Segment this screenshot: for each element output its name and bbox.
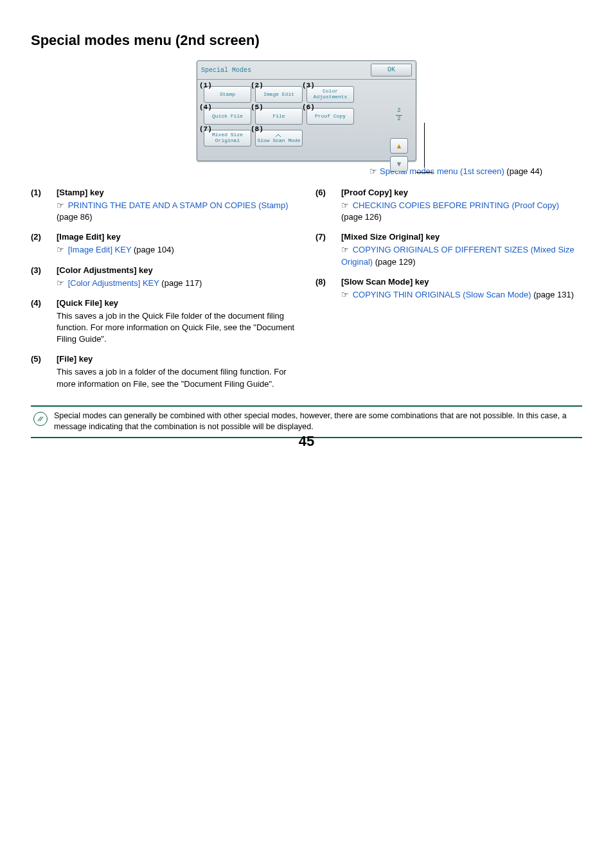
callout-connector-line xyxy=(424,123,425,168)
page-up-button[interactable]: ▲ xyxy=(390,138,408,154)
callout-1: (1) xyxy=(199,82,212,89)
section-title: Special modes menu (2nd screen) xyxy=(31,32,582,49)
page-indicator-current: 2 xyxy=(396,108,402,114)
callout-3: (3) xyxy=(302,82,315,89)
proof-copy-button[interactable]: (6) Proof Copy xyxy=(306,108,354,125)
callout-5: (5) xyxy=(251,103,263,111)
item-num-3: (3) xyxy=(31,265,48,275)
item-title-8: [Slow Scan Mode] key xyxy=(341,277,429,287)
mixed-size-original-button[interactable]: (7) Mixed Size Original xyxy=(204,130,251,146)
link-color-adjustments-suffix: (page 117) xyxy=(159,278,202,288)
callout-2: (2) xyxy=(251,82,263,89)
item-title-3: [Color Adjustments] key xyxy=(57,265,153,275)
quick-file-button[interactable]: (4) Quick File xyxy=(204,108,251,125)
item-num-5: (5) xyxy=(31,354,48,364)
arrow-up-icon: ▲ xyxy=(396,142,403,150)
item-body-4: This saves a job in the Quick File folde… xyxy=(57,310,298,346)
link-slow-scan[interactable]: COPYING THIN ORIGINALS (Slow Scan Mode) xyxy=(353,290,531,299)
item-num-1: (1) xyxy=(31,188,48,197)
stamp-button[interactable]: (1) Stamp xyxy=(204,86,251,103)
item-title-4: [Quick File] key xyxy=(57,298,118,308)
right-column: (6) [Proof Copy] key ☞ CHECKING COPIES B… xyxy=(315,188,582,399)
item-title-7: [Mixed Size Original] key xyxy=(341,232,440,242)
item-body-5: This saves a job in a folder of the docu… xyxy=(57,366,298,389)
link-image-edit[interactable]: [Image Edit] KEY xyxy=(68,245,132,254)
left-column: (1) [Stamp] key ☞ PRINTING THE DATE AND … xyxy=(31,188,298,399)
pointer-icon: ☞ xyxy=(341,290,349,299)
item-num-8: (8) xyxy=(315,277,332,287)
note-text: Special modes can generally be combined … xyxy=(54,411,578,433)
callout-6: (6) xyxy=(302,103,315,111)
link-stamp-suffix: (page 86) xyxy=(57,212,93,222)
slow-scan-mode-label: Slow Scan Mode xyxy=(257,138,300,144)
quick-file-label: Quick File xyxy=(212,114,243,120)
color-adjustments-button[interactable]: (3) Color Adjustments xyxy=(306,86,354,103)
pointer-icon: ☞ xyxy=(369,166,377,176)
proof-copy-label: Proof Copy xyxy=(315,114,346,120)
stamp-label: Stamp xyxy=(220,92,235,98)
page-down-button[interactable]: ▼ xyxy=(390,156,408,172)
page-number: 45 xyxy=(0,433,613,450)
link-slow-scan-suffix: (page 131) xyxy=(531,290,574,299)
color-adjustments-label: Color Adjustments xyxy=(308,89,352,100)
callout-7: (7) xyxy=(199,125,212,133)
file-button[interactable]: (5) File xyxy=(255,108,303,125)
file-label: File xyxy=(272,114,285,120)
panel-title: Special Modes xyxy=(201,67,251,74)
image-edit-button[interactable]: (2) Image Edit xyxy=(255,86,303,103)
item-num-4: (4) xyxy=(31,298,48,308)
pointer-icon: ☞ xyxy=(341,245,349,254)
pointer-icon: ☞ xyxy=(57,278,64,288)
pointer-icon: ☞ xyxy=(57,245,64,254)
note-icon xyxy=(33,412,48,426)
link-proof-copy[interactable]: CHECKING COPIES BEFORE PRINTING (Proof C… xyxy=(353,200,559,210)
item-title-6: [Proof Copy] key xyxy=(341,188,408,197)
ok-button[interactable]: OK xyxy=(371,64,412,76)
item-num-7: (7) xyxy=(315,232,332,242)
item-title-5: [File] key xyxy=(57,354,93,364)
ui-screenshot: Special Modes OK (1) Stamp (2) Image Edi… xyxy=(31,60,582,161)
link-image-edit-suffix: (page 104) xyxy=(131,245,174,254)
mixed-size-original-label: Mixed Size Original xyxy=(206,132,249,144)
link-mixed-size-suffix: (page 129) xyxy=(373,257,416,267)
link-proof-copy-suffix: (page 126) xyxy=(341,212,382,222)
link-color-adjustments[interactable]: [Color Adjustments] KEY xyxy=(68,278,159,288)
link-stamp[interactable]: PRINTING THE DATE AND A STAMP ON COPIES … xyxy=(68,200,289,210)
pointer-icon: ☞ xyxy=(341,200,349,210)
pointer-icon: ☞ xyxy=(57,200,64,210)
image-edit-label: Image Edit xyxy=(263,92,294,98)
page-indicator-total: 2 xyxy=(396,116,402,123)
link-1st-screen-suffix: (page 44) xyxy=(504,166,542,176)
item-num-6: (6) xyxy=(315,188,332,197)
callout-4: (4) xyxy=(199,103,212,111)
slow-scan-mode-button[interactable]: (8) Slow Scan Mode xyxy=(255,130,303,146)
item-title-2: [Image Edit] key xyxy=(57,232,121,242)
item-title-1: [Stamp] key xyxy=(57,188,104,197)
arrow-down-icon: ▼ xyxy=(396,160,403,168)
callout-8: (8) xyxy=(251,125,263,133)
item-num-2: (2) xyxy=(31,232,48,242)
